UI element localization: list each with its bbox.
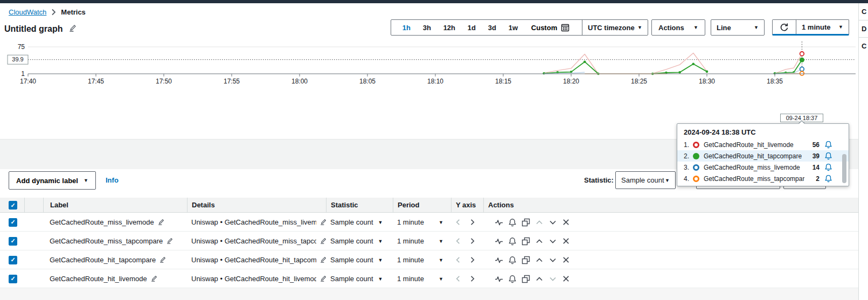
move-down-icon[interactable]: [548, 256, 557, 264]
move-down-icon[interactable]: [548, 237, 557, 246]
row-statistic-dropdown[interactable]: Sample count▼: [330, 250, 383, 269]
remove-metric-icon[interactable]: [562, 275, 570, 283]
header-swatch-column: [24, 198, 43, 213]
statistic-dropdown[interactable]: Sample count ▼: [615, 171, 676, 189]
edit-details-icon[interactable]: [320, 274, 327, 284]
create-alarm-bell-icon[interactable]: [508, 237, 517, 246]
time-range-3h[interactable]: 3h: [419, 24, 435, 32]
row-actions-cell: [495, 250, 570, 269]
row-checkbox[interactable]: [9, 250, 17, 269]
time-range-3d[interactable]: 3d: [484, 24, 501, 32]
duplicate-icon[interactable]: [522, 237, 530, 246]
svg-text:18:00: 18:00: [291, 78, 308, 85]
y-axis-left-icon[interactable]: [454, 256, 462, 264]
page-background: [0, 288, 858, 300]
y-axis-left-icon[interactable]: [454, 218, 462, 226]
edit-details-icon[interactable]: [320, 236, 327, 246]
row-period-dropdown[interactable]: 1 minute▼: [397, 232, 443, 250]
row-period-dropdown[interactable]: 1 minute▼: [397, 213, 443, 232]
row-actions-cell: [495, 213, 570, 232]
metric-details-link[interactable]: Uniswap • GetCachedRoute_miss_tapcompare: [191, 237, 316, 245]
row-statistic-dropdown[interactable]: Sample count▼: [330, 213, 383, 232]
chart-plot: Count75139.917:4017:4517:5017:5518:0018:…: [8, 40, 856, 85]
graph-this-metric-icon[interactable]: [495, 218, 503, 227]
header-y-axis: Y axis: [451, 198, 483, 213]
tooltip-row-number: 2.: [684, 152, 693, 160]
move-up-icon[interactable]: [535, 256, 544, 264]
tooltip-metric-value: 14: [804, 164, 820, 171]
y-axis-right-icon[interactable]: [468, 256, 476, 264]
row-statistic-dropdown[interactable]: Sample count▼: [330, 269, 383, 288]
tooltip-scrollbar[interactable]: [842, 154, 846, 183]
time-range-1d[interactable]: 1d: [463, 24, 480, 32]
refresh-button[interactable]: [773, 20, 796, 34]
time-range-1h[interactable]: 1h: [398, 24, 415, 32]
metrics-chart[interactable]: Count75139.917:4017:4517:5017:5518:0018:…: [0, 40, 859, 137]
row-actions-cell: [495, 232, 570, 250]
graph-this-metric-icon[interactable]: [495, 275, 503, 283]
alarm-bell-icon[interactable]: [824, 141, 832, 149]
edit-label-icon[interactable]: [151, 275, 158, 283]
create-alarm-bell-icon[interactable]: [508, 256, 517, 264]
move-up-icon[interactable]: [535, 275, 544, 283]
time-range-12h[interactable]: 12h: [439, 24, 460, 32]
duplicate-icon[interactable]: [522, 218, 530, 227]
svg-text:17:55: 17:55: [224, 78, 240, 85]
edit-label-icon[interactable]: [166, 237, 173, 246]
y-axis-right-icon[interactable]: [468, 237, 476, 245]
create-alarm-bell-icon[interactable]: [508, 275, 517, 283]
graph-this-metric-icon[interactable]: [495, 237, 503, 246]
move-up-icon[interactable]: [535, 218, 544, 227]
timezone-dropdown[interactable]: UTC timezone ▼: [582, 20, 648, 35]
tooltip-row-number: 1.: [684, 141, 693, 149]
edit-title-icon[interactable]: [69, 24, 77, 34]
alarm-bell-icon[interactable]: [824, 152, 832, 160]
duplicate-icon[interactable]: [522, 256, 530, 264]
actions-label: Actions: [658, 24, 684, 32]
svg-text:17:40: 17:40: [20, 78, 36, 85]
alarm-bell-icon[interactable]: [824, 175, 832, 183]
edit-details-icon[interactable]: [320, 255, 327, 265]
chart-canvas[interactable]: Count75139.917:4017:4517:5017:5518:0018:…: [0, 40, 859, 137]
y-axis-left-icon[interactable]: [454, 237, 462, 245]
add-dynamic-label-button[interactable]: Add dynamic label ▼: [9, 171, 96, 190]
custom-range-button[interactable]: Custom: [526, 23, 575, 32]
statistic-value: Sample count: [330, 275, 373, 283]
remove-metric-icon[interactable]: [562, 237, 570, 245]
edit-details-icon[interactable]: [320, 218, 327, 227]
y-axis-right-icon[interactable]: [468, 275, 476, 283]
remove-metric-icon[interactable]: [562, 256, 570, 264]
metric-details-link[interactable]: Uniswap • GetCachedRoute_hit_livemode: [191, 275, 316, 283]
time-range-1w[interactable]: 1w: [504, 24, 522, 32]
select-all-checkbox[interactable]: [9, 198, 17, 213]
row-checkbox[interactable]: [9, 232, 17, 250]
statistic-label: Statistic:: [584, 176, 614, 184]
y-axis-right-icon[interactable]: [468, 218, 476, 226]
refresh-interval-dropdown[interactable]: 1 minute ▼: [796, 23, 849, 31]
info-link[interactable]: Info: [106, 176, 119, 184]
alarm-bell-icon[interactable]: [824, 163, 832, 171]
duplicate-icon[interactable]: [522, 275, 530, 283]
graph-this-metric-icon[interactable]: [495, 256, 503, 264]
graph-type-dropdown[interactable]: Line ▼: [711, 19, 765, 36]
row-checkbox[interactable]: [9, 213, 17, 232]
breadcrumb: CloudWatch Metrics: [9, 8, 86, 16]
svg-text:75: 75: [18, 43, 25, 51]
tooltip-metric-row: 2. GetCachedRoute_hit_tapcompare 39: [677, 150, 849, 162]
edit-label-icon[interactable]: [158, 218, 165, 227]
move-down-icon[interactable]: [548, 218, 557, 227]
actions-dropdown[interactable]: Actions ▼: [651, 19, 705, 36]
remove-metric-icon[interactable]: [562, 218, 570, 226]
move-up-icon[interactable]: [535, 237, 544, 246]
row-checkbox[interactable]: [9, 269, 17, 288]
metric-details-link[interactable]: Uniswap • GetCachedRoute_hit_tapcompare: [191, 256, 316, 264]
edit-label-icon[interactable]: [159, 256, 166, 264]
breadcrumb-cloudwatch-link[interactable]: CloudWatch: [9, 8, 46, 16]
create-alarm-bell-icon[interactable]: [508, 218, 517, 227]
row-period-dropdown[interactable]: 1 minute▼: [397, 269, 443, 288]
move-down-icon[interactable]: [548, 275, 557, 283]
y-axis-left-icon[interactable]: [454, 275, 462, 283]
row-statistic-dropdown[interactable]: Sample count▼: [330, 232, 383, 250]
row-period-dropdown[interactable]: 1 minute▼: [397, 250, 443, 269]
metric-details-link[interactable]: Uniswap • GetCachedRoute_miss_livemode: [191, 218, 316, 226]
